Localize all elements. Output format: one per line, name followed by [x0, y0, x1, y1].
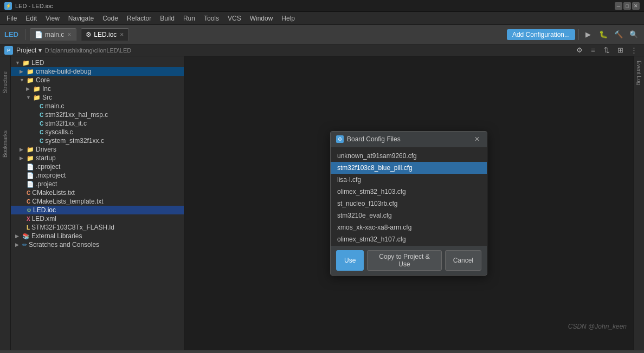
menu-run[interactable]: Run: [179, 14, 199, 23]
panel-list-icon[interactable]: ≡: [587, 44, 599, 56]
tree-item-project[interactable]: 📄 .project: [11, 180, 184, 188]
label-stm32-flash: STM32F103C8Tx_FLASH.ld: [31, 224, 114, 231]
label-cmake-build: cmake-build-debug: [36, 68, 91, 75]
menu-help[interactable]: Help: [277, 14, 299, 23]
tree-item-drivers[interactable]: ▶ 📁 Drivers: [11, 145, 184, 154]
tree-item-inc[interactable]: ▶ 📁 Inc: [11, 84, 184, 93]
tree-item-stm32-flash[interactable]: L STM32F103C8Tx_FLASH.ld: [11, 223, 184, 232]
tab-led-ioc[interactable]: ⚙ LED.ioc ✕: [81, 28, 129, 41]
icon-main-c: C: [40, 103, 43, 109]
dialog-list-item-7[interactable]: olimex_stm32_h107.cfg: [331, 233, 487, 245]
arrow-led-root: ▼: [15, 60, 21, 66]
menu-build[interactable]: Build: [156, 14, 179, 23]
panel-more-icon[interactable]: ⋮: [628, 44, 640, 56]
arrow-ext-libs: ▶: [15, 233, 21, 239]
project-label[interactable]: Project ▾: [16, 47, 42, 54]
right-side-panel: Event Log: [633, 56, 644, 350]
icon-cmake-build: 📁: [27, 68, 34, 75]
menu-code[interactable]: Code: [98, 14, 123, 23]
tab-main-c-label: main.c: [45, 31, 64, 38]
menu-file[interactable]: File: [2, 14, 21, 23]
main-layout: Structure Bookmarks ▼ 📁 LED ▶ 📁 cmake-bu…: [0, 56, 644, 350]
label-src: Src: [42, 94, 52, 101]
menu-tools[interactable]: Tools: [199, 14, 223, 23]
icon-stm32-hal: C: [40, 112, 43, 118]
tree-item-main-c[interactable]: C main.c: [11, 102, 184, 110]
bookmarks-label[interactable]: Bookmarks: [1, 128, 9, 160]
left-side-panel: Structure Bookmarks: [0, 56, 11, 350]
event-log-label[interactable]: Event Log: [635, 58, 643, 87]
dialog-title-text: Board Config Files: [347, 135, 473, 143]
build-button[interactable]: 🔨: [613, 29, 624, 41]
tree-item-src[interactable]: ▼ 📁 Src: [11, 93, 184, 102]
dialog-list-item-2[interactable]: lisa-l.cfg: [331, 174, 487, 186]
tree-item-startup[interactable]: ▶ 📁 startup: [11, 154, 184, 162]
dialog-list-item-0[interactable]: unknown_at91sam9260.cfg: [331, 150, 487, 162]
icon-led-root: 📁: [22, 60, 30, 67]
label-cmakelists-tpl: CMakeLists_template.txt: [32, 198, 103, 205]
tree-item-scratches[interactable]: ▶ ✏ Scratches and Consoles: [11, 240, 184, 249]
board-config-dialog: ⚙ Board Config Files ✕ unknown_at91sam92…: [330, 131, 487, 276]
menu-refactor[interactable]: Refactor: [123, 14, 156, 23]
tab-main-c[interactable]: 📄 main.c ✕: [30, 28, 76, 41]
search-button[interactable]: 🔍: [628, 29, 640, 41]
tree-item-cmakelists-tpl[interactable]: C CMakeLists_template.txt: [11, 197, 184, 206]
dialog-close-button[interactable]: ✕: [473, 135, 481, 143]
dialog-list-item-1[interactable]: stm32f103c8_blue_pill.cfg: [331, 162, 487, 174]
toolbar-sep-1: [25, 29, 25, 40]
dialog-file-list[interactable]: unknown_at91sam9260.cfg stm32f103c8_blue…: [331, 148, 487, 245]
dialog-list-item-6[interactable]: xmos_xk-xac-xa8-arm.cfg: [331, 221, 487, 233]
panel-settings-icon[interactable]: ⚙: [574, 44, 585, 56]
dialog-use-button[interactable]: Use: [336, 250, 364, 271]
tree-item-stm32-hal[interactable]: C stm32f1xx_hal_msp.c: [11, 110, 184, 119]
label-project: .project: [36, 180, 57, 188]
debug-button[interactable]: 🐛: [597, 29, 609, 41]
label-led-root: LED: [31, 59, 44, 67]
tree-item-led-root[interactable]: ▼ 📁 LED: [11, 58, 184, 67]
dialog-list-item-3[interactable]: olimex_stm32_h103.cfg: [331, 186, 487, 198]
tree-item-system-stm[interactable]: C system_stm32f1xx.c: [11, 136, 184, 145]
tree-item-cmakelists[interactable]: C CMakeLists.txt: [11, 188, 184, 197]
add-configuration-button[interactable]: Add Configuration...: [507, 29, 575, 40]
dialog-cancel-button[interactable]: Cancel: [445, 250, 481, 271]
menu-window[interactable]: Window: [246, 14, 278, 23]
label-led-xml: LED.xml: [32, 215, 56, 223]
dialog-title-bar: ⚙ Board Config Files ✕: [331, 132, 487, 148]
panel-sort-icon[interactable]: ⇅: [601, 44, 613, 56]
icon-stm32-flash: L: [27, 225, 30, 231]
label-mxproject: .mxproject: [36, 172, 66, 179]
icon-startup: 📁: [27, 155, 34, 162]
tree-item-syscalls[interactable]: C syscalls.c: [11, 128, 184, 136]
label-system-stm: system_stm32f1xx.c: [45, 137, 104, 145]
tree-item-core[interactable]: ▼ 📁 Core: [11, 76, 184, 84]
menu-navigate[interactable]: Navigate: [64, 14, 98, 23]
tree-item-led-ioc[interactable]: ⚙ LED.ioc: [11, 206, 184, 214]
close-button[interactable]: ✕: [632, 2, 640, 10]
arrow-inc: ▶: [26, 86, 31, 91]
run-button[interactable]: ▶: [582, 29, 594, 41]
tree-item-led-xml[interactable]: X LED.xml: [11, 214, 184, 223]
brand-label: LED: [4, 30, 18, 38]
dialog-list-item-4[interactable]: st_nucleo_f103rb.cfg: [331, 198, 487, 210]
tree-item-stm32-it[interactable]: C stm32f1xx_it.c: [11, 119, 184, 128]
arrow-core: ▼: [20, 77, 25, 83]
menu-vcs[interactable]: VCS: [223, 14, 246, 23]
minimize-button[interactable]: ─: [615, 2, 622, 10]
panel-expand-icon[interactable]: ⊞: [614, 44, 626, 56]
label-startup: startup: [36, 154, 56, 162]
project-panel: ▼ 📁 LED ▶ 📁 cmake-build-debug ▼ 📁 Core ▶…: [11, 56, 184, 350]
tree-item-ext-libs[interactable]: ▶ 📚 External Libraries: [11, 232, 184, 240]
maximize-button[interactable]: □: [623, 2, 631, 10]
tree-item-cmake-build[interactable]: ▶ 📁 cmake-build-debug: [11, 67, 184, 76]
tree-item-mxproject[interactable]: 📄 .mxproject: [11, 171, 184, 180]
menu-view[interactable]: View: [41, 14, 64, 23]
dialog-copy-button[interactable]: Copy to Project & Use: [367, 250, 441, 271]
content-area: x is configured. ⓘ M32CubeMX ⚙ Board Con…: [184, 56, 633, 350]
dialog-list-item-5[interactable]: stm3210e_eval.cfg: [331, 210, 487, 221]
menu-edit[interactable]: Edit: [21, 14, 41, 23]
tree-item-cproject[interactable]: 📄 .cproject: [11, 162, 184, 171]
tab-led-ioc-close[interactable]: ✕: [120, 32, 124, 37]
label-scratches: Scratches and Consoles: [29, 241, 99, 249]
structure-label[interactable]: Structure: [1, 69, 9, 96]
tab-main-c-close[interactable]: ✕: [67, 32, 72, 37]
